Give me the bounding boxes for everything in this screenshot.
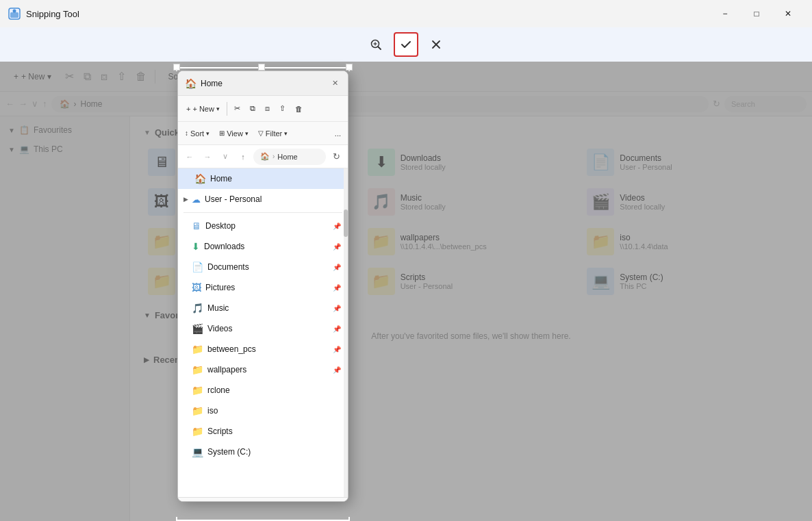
fe-refresh-button[interactable]: ↻ xyxy=(329,149,344,164)
fe-toolbar: + + New ▾ ✂ ⧉ ⧈ ⇧ 🗑 xyxy=(178,96,348,122)
qa-wallpapers: 📁 wallpapers\\10.1.4.4\...\between_pcs xyxy=(364,224,579,259)
tree-item-iso[interactable]: 📁 iso xyxy=(178,401,348,421)
bg-toolbar: ++ New▾ ✂ ⧉ ⧈ ⇧ 🗑 Sort▾ View▾ ▾ Filter .… xyxy=(0,62,812,92)
tree-item-home[interactable]: 🏠 Home xyxy=(178,168,348,189)
bg-sidebar: ▼ 📋 Favourites ▼ 💻 This PC xyxy=(0,116,130,521)
bg-explorer: ++ New▾ ✂ ⧉ ⧈ ⇧ 🗑 Sort▾ View▾ ▾ Filter .… xyxy=(0,62,812,521)
tree-item-pictures[interactable]: 🖼 Pictures 📌 xyxy=(178,277,348,298)
fe-delete-button[interactable]: 🗑 xyxy=(291,103,307,115)
snip-toolbar xyxy=(0,27,812,62)
qa-iso: 📁 iso\\10.1.4.4\data xyxy=(583,224,798,259)
qa-documents: 📄 DocumentsUser - Personal xyxy=(583,144,798,180)
tree-item-documents[interactable]: 📄 Documents 📌 xyxy=(178,257,348,277)
maximize-button[interactable]: □ xyxy=(741,0,772,27)
snip-handle-tm[interactable] xyxy=(258,64,265,71)
app-title: Snipping Tool xyxy=(26,9,709,19)
fe-cut-button[interactable]: ✂ xyxy=(230,102,244,115)
window-controls: − □ ✕ xyxy=(709,0,804,27)
tree-item-rclone[interactable]: 📁 rclone xyxy=(178,380,348,401)
qa-downloads: ⬇ DownloadsStored locally xyxy=(364,144,579,180)
fe-copy-button[interactable]: ⧉ xyxy=(246,102,259,115)
fe-view-button[interactable]: ⊞ View ▾ xyxy=(215,127,253,140)
fe-scroll-thumb[interactable] xyxy=(344,209,348,237)
fe-scrollbar[interactable] xyxy=(344,168,348,497)
fe-title-text: Home xyxy=(201,79,329,88)
snip-handle-tl[interactable] xyxy=(173,64,180,71)
tree-item-music[interactable]: 🎵 Music 📌 xyxy=(178,298,348,318)
tree-item-videos[interactable]: 🎬 Videos 📌 xyxy=(178,318,348,339)
tree-item-wallpapers[interactable]: 📁 wallpapers 📌 xyxy=(178,359,348,380)
fe-new-button[interactable]: + + New ▾ xyxy=(182,103,224,115)
fe-up-button[interactable]: ↑ xyxy=(236,149,251,164)
tree-item-scripts[interactable]: 📁 Scripts xyxy=(178,421,348,442)
fe-bottom-tree: ▶ 💻 This PC xyxy=(178,497,348,502)
qa-scripts: 📁 ScriptsUser - Personal xyxy=(364,264,579,299)
svg-rect-1 xyxy=(10,12,18,18)
fe-back-button[interactable]: ← xyxy=(182,149,197,164)
svg-line-4 xyxy=(379,47,381,50)
confirm-button[interactable] xyxy=(394,32,418,57)
tree-item-between-pcs[interactable]: 📁 between_pcs 📌 xyxy=(178,339,348,359)
fe-address-bar[interactable]: 🏠 › Home xyxy=(253,149,326,165)
fe-share-button[interactable]: ⇧ xyxy=(275,102,290,115)
fe-expand-button[interactable]: ∨ xyxy=(218,149,233,164)
qa-music: 🎵 MusicStored locally xyxy=(364,184,579,220)
fe-forward-button[interactable]: → xyxy=(200,149,215,164)
title-bar: Snipping Tool − □ ✕ xyxy=(0,0,812,27)
fe-sort-button[interactable]: ↕ Sort ▾ xyxy=(181,127,214,140)
tree-item-system-c[interactable]: 💻 System (C:) xyxy=(178,442,348,462)
fe-nav-bar: ← → ∨ ↑ 🏠 › Home ↻ xyxy=(178,145,348,168)
tree-item-user-personal[interactable]: ▶ ☁ User - Personal xyxy=(178,189,348,209)
tree-divider-1 xyxy=(183,212,342,213)
close-button[interactable]: ✕ xyxy=(772,0,804,27)
fe-paste-button[interactable]: ⧈ xyxy=(261,102,274,115)
snip-outline-bottom xyxy=(176,517,350,521)
qa-videos: 🎬 VideosStored locally xyxy=(583,184,798,220)
svg-point-2 xyxy=(13,10,16,13)
tree-item-downloads[interactable]: ⬇ Downloads 📌 xyxy=(178,236,348,257)
fe-filter-button[interactable]: ▽ Filter ▾ xyxy=(254,127,292,140)
zoom-button[interactable] xyxy=(364,32,388,57)
bg-navbar: ← → ∨ ↑ 🏠 › Home ↻ Search xyxy=(0,92,812,116)
qa-system-c: 💻 System (C:)This PC xyxy=(583,264,798,299)
tree-item-this-pc[interactable]: ▶ 💻 This PC xyxy=(178,500,348,502)
minimize-button[interactable]: − xyxy=(709,0,741,27)
fe-title-bar: 🏠 Home ✕ xyxy=(178,71,348,96)
fe-close-button[interactable]: ✕ xyxy=(329,77,341,89)
snip-handle-tr[interactable] xyxy=(346,64,353,71)
bg-new-button: ++ New▾ xyxy=(7,69,58,84)
fe-home-icon: 🏠 xyxy=(185,78,196,89)
fe-tree-container: 🏠 Home ▶ ☁ User - Personal 🖥 Desktop 📌 ⬇… xyxy=(178,168,348,497)
dismiss-button[interactable] xyxy=(424,32,448,57)
bg-content: ▼ 📋 Favourites ▼ 💻 This PC ▼ Quick acces… xyxy=(0,116,812,521)
tree-item-desktop[interactable]: 🖥 Desktop 📌 xyxy=(178,216,348,236)
fe-toolbar2: ↕ Sort ▾ ⊞ View ▾ ▽ Filter ▾ ... xyxy=(178,122,348,145)
floating-explorer: 🏠 Home ✕ + + New ▾ ✂ ⧉ ⧈ ⇧ 🗑 ↕ Sort ▾ ⊞ … xyxy=(177,71,348,502)
fe-more-button[interactable]: ... xyxy=(331,127,345,140)
app-icon xyxy=(8,8,21,20)
